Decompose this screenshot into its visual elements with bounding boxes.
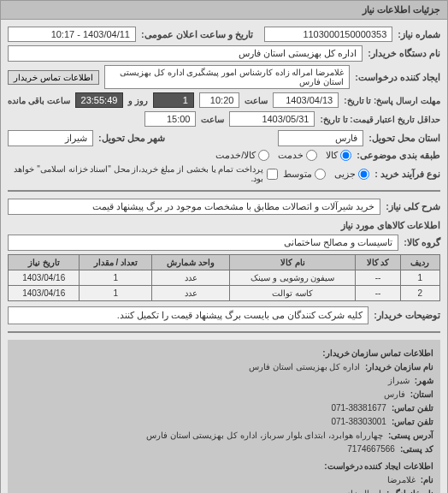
th-name: نام کالا: [230, 255, 356, 270]
goods-section-title: اطلاعات کالاهای مورد نیاز: [8, 220, 440, 231]
buyer-contact-button[interactable]: اطلاعات تماس خریدار: [8, 70, 99, 85]
th-code: کد کالا: [356, 255, 401, 270]
cell: 1: [80, 270, 152, 286]
panel-header: جزئیات اطلاعات نیاز: [1, 1, 447, 20]
province-field: فارس: [278, 130, 363, 146]
cell: 1403/04/16: [9, 270, 80, 286]
deadline-time-label: ساعت: [245, 96, 268, 105]
city-field: شیراز: [8, 130, 93, 146]
buyer-org-label: نام دستگاه خریدار:: [368, 48, 440, 59]
deadline-date-field: 1403/04/13: [273, 92, 339, 108]
treasury-checkbox[interactable]: [267, 169, 278, 180]
buy-type-radio-group: جزیی متوسط: [283, 169, 369, 180]
valid-time-label: ساعت: [201, 115, 224, 124]
remain-field: 23:55:49: [75, 92, 124, 108]
c-city-lbl: شهر:: [415, 374, 433, 388]
days-label: روز و: [128, 96, 148, 105]
th-qty: تعداد / مقدار: [80, 255, 152, 270]
need-title-label: شرح کلی نیاز:: [386, 201, 440, 212]
th-unit: واحد شمارش: [152, 255, 230, 270]
contact-title: اطلاعات تماس سازمان خریدار:: [15, 347, 433, 360]
pkg-both-radio[interactable]: [258, 150, 269, 161]
pkg-radio-group: کالا خدمت کالا/خدمت: [215, 150, 351, 161]
c-fax-lbl: تلفن تماس:: [392, 415, 433, 429]
desc-field: کلیه شرکت کنندگان می بایست برگ پیشنهاد ق…: [8, 306, 368, 324]
days-field: 1: [153, 92, 194, 108]
pkg-goods-text: کالا: [326, 150, 338, 161]
desc-label: توضیحات خریدار:: [374, 310, 440, 321]
bt-partial-radio[interactable]: [358, 169, 369, 180]
table-row: 1 -- سیفون روشویی و سینک عدد 1 1403/04/1…: [9, 270, 440, 286]
bt-medium-option[interactable]: متوسط: [283, 169, 326, 180]
cell: --: [356, 270, 401, 286]
need-title-field: خرید شیرآلات و اتصالات مطابق با مشخصات م…: [8, 199, 380, 215]
c-fax: 071-38303001: [331, 415, 386, 429]
buyer-org-field: اداره کل بهزیستی استان فارس: [8, 45, 363, 62]
deadline-label: مهلت ارسال پاسخ: تا تاریخ:: [344, 96, 440, 105]
pkg-goods-radio[interactable]: [340, 150, 351, 161]
cell: --: [356, 286, 401, 301]
pkg-goods-option[interactable]: کالا: [326, 150, 351, 161]
c-org-lbl: نام سازمان خریدار:: [365, 360, 433, 374]
group-field: تاسیسات و مصالح ساختمانی: [8, 235, 398, 251]
cell: عدد: [152, 286, 230, 301]
c-org: اداره کل بهزیستی استان فارس: [249, 360, 360, 374]
th-date: تاریخ نیاز: [9, 255, 80, 270]
province-label: استان محل تحویل:: [368, 133, 440, 144]
c-postal: 7174667566: [347, 443, 395, 456]
bt-medium-radio[interactable]: [315, 169, 326, 180]
c-fname: غلامرضا: [387, 473, 416, 487]
cell: سیفون روشویی و سینک: [230, 270, 356, 286]
pkg-service-text: خدمت: [278, 150, 304, 161]
cell: عدد: [152, 270, 230, 286]
buy-type-label: نوع فرآیند خرید :: [374, 169, 440, 180]
pkg-service-radio[interactable]: [306, 150, 317, 161]
table-row: 2 -- کاسه توالت عدد 1 1403/04/16: [9, 286, 440, 301]
bt-partial-text: جزیی: [334, 169, 356, 180]
treasury-note: پرداخت تمام یا بخشی از مبلغ خرید،از محل …: [8, 164, 263, 183]
c-city: شیراز: [388, 374, 410, 388]
pkg-both-option[interactable]: کالا/خدمت: [215, 150, 269, 161]
cell: 1: [400, 270, 439, 286]
announce-field: 1403/04/11 - 10:17: [8, 27, 136, 42]
c-phone-lbl: تلفن تماس:: [392, 401, 433, 415]
c-fname-lbl: نام:: [421, 473, 433, 487]
deadline-time-field: 10:20: [199, 92, 240, 108]
c-addr: چهارراه هوابرد، ابتدای بلوار سرباز، ادار…: [146, 429, 383, 443]
pkg-label: طبقه بندی موضوعی:: [357, 150, 440, 161]
remain-label: ساعت باقی مانده: [8, 96, 70, 105]
cell: 2: [400, 286, 439, 301]
goods-table: ردیف کد کالا نام کالا واحد شمارش تعداد /…: [8, 254, 440, 301]
treasury-check-wrap[interactable]: پرداخت تمام یا بخشی از مبلغ خرید،از محل …: [8, 164, 278, 183]
valid-time-field: 15:00: [144, 111, 196, 127]
valid-date-field: 1403/05/31: [229, 111, 315, 127]
requester-field: غلامرضا امراله زاده کارشناس امور پیشگیری…: [104, 65, 351, 89]
pkg-service-option[interactable]: خدمت: [278, 150, 317, 161]
c-postal-lbl: کد پستی:: [400, 443, 433, 456]
details-panel: جزئیات اطلاعات نیاز شماره نیاز: 11030001…: [0, 0, 448, 493]
panel-content: شماره نیاز: 1103000150000353 تاریخ و ساع…: [1, 20, 447, 493]
bt-medium-text: متوسط: [283, 169, 312, 180]
city-label: شهر محل تحویل:: [98, 133, 165, 144]
group-label: گروه کالا:: [404, 237, 440, 248]
cell: کاسه توالت: [230, 286, 356, 301]
c-lname: امراله زاده: [343, 487, 381, 493]
req-no-label: شماره نیاز:: [398, 29, 440, 40]
c-addr-lbl: آدرس پستی:: [388, 429, 433, 443]
pkg-both-text: کالا/خدمت: [215, 150, 256, 161]
creator-title: اطلاعات ایجاد کننده درخواست:: [15, 460, 433, 473]
cell: 1: [80, 286, 152, 301]
contact-info-block: اطلاعات تماس سازمان خریدار: نام سازمان خ…: [8, 340, 440, 493]
requester-label: ایجاد کننده درخواست:: [355, 72, 440, 83]
bt-partial-option[interactable]: جزیی: [334, 169, 369, 180]
announce-label: تاریخ و ساعت اعلان عمومی:: [141, 29, 253, 40]
th-idx: ردیف: [400, 255, 439, 270]
c-province-lbl: استان:: [410, 388, 433, 401]
valid-label: حداقل تاریخ اعتبار قیمت: تا تاریخ:: [320, 115, 440, 124]
c-lname-lbl: نام خانوادگی:: [386, 487, 433, 493]
cell: 1403/04/16: [9, 286, 80, 301]
table-header-row: ردیف کد کالا نام کالا واحد شمارش تعداد /…: [9, 255, 440, 270]
c-province: فارس: [384, 388, 405, 401]
separator-2: [8, 331, 440, 333]
req-no-field: 1103000150000353: [264, 27, 392, 42]
